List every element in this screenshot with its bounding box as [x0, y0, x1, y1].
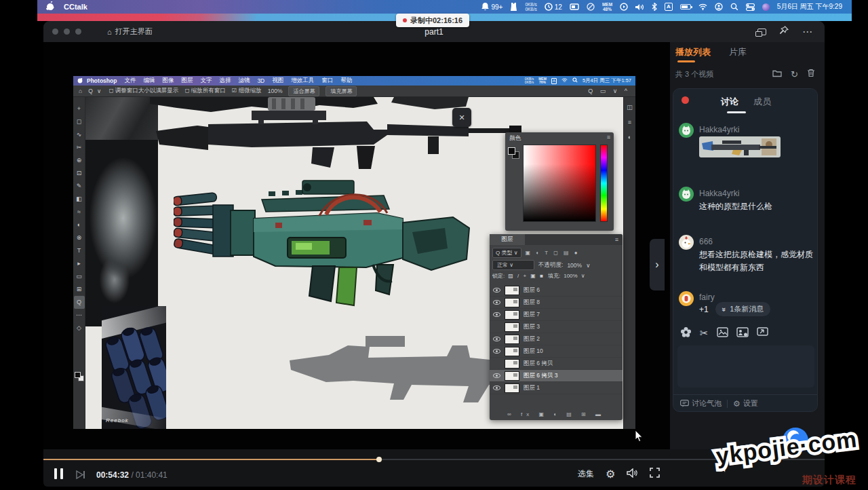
- visibility-eye-icon: [493, 385, 500, 390]
- chat-input[interactable]: [677, 345, 814, 388]
- sidebar-panel: 播放列表 片库 共 3 个视频 ↻ 讨论 成员: [670, 42, 825, 449]
- control-center-icon[interactable]: [746, 3, 755, 11]
- notification-count: 99+: [491, 3, 502, 11]
- creative-cloud-icon[interactable]: [587, 3, 595, 11]
- ps-fill-screen-button: 填充屏幕: [326, 86, 357, 96]
- avatar[interactable]: [679, 235, 694, 250]
- tab-members[interactable]: 成员: [753, 96, 771, 108]
- progress-playhead[interactable]: [376, 457, 382, 462]
- layer-row: 图层 7: [490, 309, 623, 321]
- app-status-dot-icon[interactable]: [762, 3, 770, 11]
- input-method-badge[interactable]: A: [665, 3, 673, 11]
- folder-icon[interactable]: [772, 68, 782, 80]
- settings-button[interactable]: ⚙ 设置: [733, 398, 758, 409]
- sync-icon[interactable]: ↻: [791, 69, 798, 79]
- chat-username: Hakka4yrki: [699, 189, 739, 198]
- timer-count: 12: [555, 3, 562, 11]
- volume-status-icon[interactable]: [635, 3, 644, 11]
- tab-discussion[interactable]: 讨论: [721, 96, 738, 108]
- chat-username: Hakka4yrki: [699, 125, 739, 134]
- net-up: 0KB/s: [525, 2, 536, 7]
- image-upload-icon[interactable]: [717, 327, 728, 339]
- new-message-badge[interactable]: » 1条新消息: [715, 302, 770, 316]
- pause-button[interactable]: [54, 468, 63, 479]
- video-count-label: 共 3 个视频: [675, 69, 713, 79]
- layer-name: 图层 3: [524, 323, 540, 331]
- blend-mode-select: 正常 ∨: [492, 260, 534, 270]
- opacity-label: 不透明度:: [538, 261, 563, 269]
- ps-color-panel: 颜色 ≡: [505, 132, 614, 231]
- network-speed[interactable]: 0KB/s 0KB/s: [525, 2, 536, 12]
- ps-option-resize-fit: ◻ 调整窗口大小以满屏显示: [108, 87, 178, 95]
- trash-icon[interactable]: [807, 68, 815, 80]
- ps-layers-panel: 图层 ≡ Q 类型 ∨ ▣ ◐ T ◻ ▤ ● 正常 ∨ 不透明度: 100% …: [490, 234, 623, 420]
- play-status-icon[interactable]: [620, 3, 628, 11]
- layers-list: 图层 6 图层 8 图层 7 图层 3 图层 2 图层 10 图层 6 拷贝 图…: [490, 284, 623, 394]
- panel-collapse-handle[interactable]: ›: [650, 239, 665, 290]
- user-account-icon[interactable]: [715, 3, 723, 11]
- time-total: 01:40:41: [136, 470, 167, 480]
- reference-brand-label: Reebok: [106, 417, 129, 423]
- bell-icon: [481, 3, 489, 11]
- layers-panel-tab: 图层: [490, 234, 525, 245]
- id-card-icon[interactable]: [736, 327, 749, 339]
- ps-right-dock: ◫≡◐: [623, 97, 635, 429]
- spotlight-search-icon[interactable]: [730, 3, 738, 11]
- chat-image-attachment[interactable]: [699, 136, 781, 157]
- layer-thumbnail: [505, 335, 519, 344]
- new-message-text: 1条新消息: [730, 304, 764, 314]
- chat-toolbar: ✂: [680, 326, 768, 340]
- tab-library[interactable]: 片库: [729, 46, 747, 58]
- avatar[interactable]: [679, 187, 694, 202]
- bubble-toggle-button[interactable]: 讨论气泡: [680, 398, 722, 409]
- battery-icon[interactable]: [680, 4, 691, 10]
- shirt-status-icon[interactable]: [510, 3, 517, 11]
- fullscreen-icon[interactable]: [650, 468, 660, 480]
- layer-name: 图层 2: [524, 335, 540, 343]
- volume-icon[interactable]: [627, 468, 638, 480]
- display-icon[interactable]: [570, 3, 579, 11]
- layer-name: 图层 6 拷贝 3: [524, 372, 558, 380]
- player-settings-gear-icon[interactable]: ⚙: [606, 468, 615, 480]
- layers-panel-bottom-icons: ∞ fx ▣ ◐ ▤ ⊞ ▬: [490, 411, 623, 417]
- lock-label: 锁定:: [492, 272, 505, 280]
- photoshop-screen: Photoshop文件编辑图像图层文字选择滤镜3D视图增效工具窗口帮助 0KB/…: [73, 76, 635, 429]
- video-player-surface[interactable]: Photoshop文件编辑图像图层文字选择滤镜3D视图增效工具窗口帮助 0KB/…: [43, 42, 670, 449]
- episodes-button[interactable]: 选集: [578, 468, 594, 480]
- notification-bell[interactable]: 99+: [481, 3, 502, 11]
- wifi-icon[interactable]: [698, 3, 707, 10]
- memory-status[interactable]: MEM 48%: [602, 2, 612, 12]
- ps-color-panel-title: 颜色: [509, 134, 521, 143]
- apple-icon[interactable]: [46, 1, 54, 12]
- bluetooth-icon[interactable]: [652, 3, 657, 11]
- ps-option-scrubby: ☑ 细微缩放: [232, 87, 262, 95]
- macos-menubar: CCtalk 99+ 0KB/s 0KB/s 12 MEM 48%: [37, 0, 852, 14]
- picture-in-picture-button[interactable]: [757, 29, 766, 35]
- fill-value: 100%: [564, 273, 577, 279]
- recording-status-badge: 录制中02:16:16: [396, 14, 469, 27]
- next-episode-button[interactable]: [76, 470, 85, 482]
- cctalk-window: ⌂ 打开主界面 part1 ⋯ Photoshop文件编辑图像图层文字选择滤镜3…: [43, 21, 825, 487]
- mem-label: MEM: [602, 2, 612, 7]
- fill-label: 填充:: [548, 272, 560, 280]
- ps-home-icon: ⌂: [79, 88, 82, 94]
- menubar-datetime[interactable]: 5月6日 周五 下午9:29: [777, 2, 842, 12]
- avatar[interactable]: [679, 123, 694, 138]
- ps-zoom-value: 100%: [268, 88, 283, 94]
- avatar[interactable]: [679, 291, 694, 306]
- playback-time: 00:54:32 / 01:40:41: [96, 470, 167, 480]
- progress-fill: [43, 459, 379, 460]
- panel-menu-icon: ≡: [607, 134, 610, 140]
- visibility-eye-icon: [493, 312, 500, 317]
- layer-row: 图层 10: [490, 345, 623, 358]
- emoji-flower-icon[interactable]: [680, 326, 692, 340]
- scissors-cut-icon[interactable]: ✂: [700, 327, 709, 339]
- layer-thumbnail: [505, 298, 519, 307]
- chevron-right-icon: ›: [655, 259, 658, 271]
- share-bubble-icon[interactable]: [757, 327, 768, 339]
- menubar-app-name[interactable]: CCtalk: [64, 3, 87, 11]
- layer-thumbnail: [505, 359, 519, 369]
- chat-message-text: 想看这把抗原枪建模，感觉材质和模型都有新东西: [699, 248, 814, 274]
- timer-status[interactable]: 12: [545, 3, 562, 11]
- tab-playlist[interactable]: 播放列表: [675, 46, 711, 58]
